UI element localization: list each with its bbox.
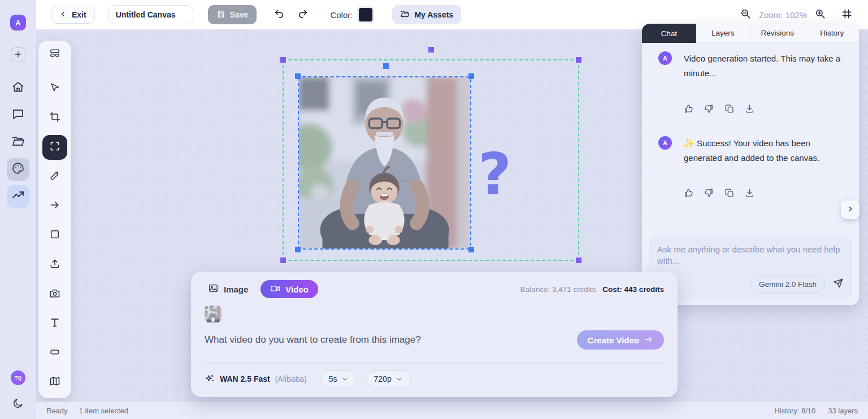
tab-layers[interactable]: Layers	[696, 24, 751, 43]
exit-button[interactable]: Exit	[51, 6, 95, 24]
balance-label: Balance: 3,471 credits	[520, 285, 596, 294]
plus-icon	[14, 50, 23, 60]
zoom-out-icon	[740, 8, 751, 21]
crop-icon	[49, 111, 60, 125]
user-avatar[interactable]: TQ	[11, 370, 25, 385]
resolution-select[interactable]: 720p	[366, 370, 411, 387]
send-button[interactable]	[833, 278, 844, 290]
sidebar-item-chat[interactable]	[7, 104, 29, 126]
model-selector-button[interactable]: Gemini 2.0 Flash	[750, 276, 825, 293]
add-button[interactable]	[11, 47, 25, 62]
sidebar-item-files[interactable]	[7, 131, 29, 154]
zoom-in-button[interactable]	[815, 8, 826, 21]
tool-templates[interactable]	[45, 45, 65, 63]
undo-icon	[274, 8, 285, 21]
tool-select[interactable]	[45, 78, 65, 99]
home-icon	[11, 80, 25, 96]
thumbs-up-button[interactable]	[684, 188, 693, 199]
sidebar-item-design[interactable]	[7, 158, 29, 181]
selection-handle-nw[interactable]	[280, 57, 286, 63]
tool-rectangle[interactable]	[45, 225, 65, 246]
tool-brush[interactable]	[45, 167, 65, 187]
tool-marquee[interactable]	[42, 135, 67, 160]
upload-icon	[49, 258, 60, 272]
tool-rail	[38, 41, 71, 398]
chevron-right-icon	[847, 205, 854, 215]
create-video-button[interactable]: Create Video	[577, 330, 664, 350]
sidebar-item-home[interactable]	[7, 77, 29, 99]
duration-select[interactable]: 5s	[321, 370, 357, 387]
tool-divider	[44, 69, 66, 69]
selected-image-layer[interactable]	[298, 76, 471, 250]
zoom-in-icon	[815, 8, 826, 21]
frame-grid-button[interactable]	[841, 8, 852, 21]
canvas-title-input[interactable]	[108, 5, 193, 24]
selection-handle-inner-top[interactable]	[383, 63, 389, 69]
tab-image[interactable]: Image	[205, 283, 251, 295]
tab-revisions[interactable]: Revisions	[750, 24, 805, 43]
image-handle-ne[interactable]	[468, 73, 474, 79]
model-name: WAN 2.5 Fast	[220, 374, 270, 383]
selection-handle-sw[interactable]	[280, 257, 286, 263]
tool-map[interactable]	[45, 372, 65, 392]
assistant-avatar: A	[658, 51, 672, 65]
status-history: History: 8/10	[774, 407, 815, 415]
download-button[interactable]	[745, 188, 754, 199]
tool-arrow[interactable]	[45, 196, 65, 216]
source-image-thumbnail[interactable]	[205, 305, 222, 322]
message-actions	[684, 104, 845, 115]
chat-input[interactable]	[657, 244, 844, 269]
generator-header: Image Video Balance: 3,471 credits Cost:…	[205, 280, 664, 298]
video-prompt-input[interactable]	[205, 334, 577, 346]
download-button[interactable]	[745, 104, 754, 115]
redo-button[interactable]	[297, 8, 309, 21]
tool-camera[interactable]	[45, 284, 65, 304]
thumbs-up-button[interactable]	[684, 104, 693, 115]
copy-button[interactable]	[724, 188, 734, 199]
sidebar-item-analytics[interactable]	[7, 185, 29, 208]
selection-handle-ne[interactable]	[576, 57, 581, 63]
undo-button[interactable]	[274, 8, 285, 21]
cost-label: Cost: 443 credits	[602, 285, 664, 294]
collapse-panel-button[interactable]	[841, 200, 860, 219]
tab-chat[interactable]: Chat	[642, 24, 696, 43]
status-ready: Ready	[46, 407, 68, 415]
map-icon	[49, 376, 60, 389]
tab-history[interactable]: History	[805, 24, 860, 43]
zoom-out-button[interactable]	[740, 8, 751, 21]
exit-label: Exit	[72, 10, 86, 19]
thumbs-down-icon	[704, 104, 714, 115]
chat-panel: Chat Layers Revisions History A Video ge…	[642, 24, 859, 305]
image-tab-label: Image	[224, 285, 248, 294]
arrow-right-icon	[49, 199, 60, 213]
trending-up-icon	[11, 189, 25, 204]
message-text: ✨ Success! Your video has been generated…	[684, 136, 845, 166]
camera-icon	[49, 287, 60, 301]
tool-button-shape[interactable]	[45, 343, 65, 363]
dark-mode-toggle[interactable]	[7, 393, 29, 416]
thumbs-down-button[interactable]	[704, 104, 714, 115]
save-label: Save	[230, 10, 249, 19]
video-tab-label: Video	[285, 285, 309, 294]
tool-crop[interactable]	[45, 108, 65, 128]
grandfather-baby-photo	[299, 77, 470, 248]
folder-open-icon	[11, 134, 25, 150]
chat-messages: A Video generation started. This may tak…	[642, 43, 859, 237]
thumbs-down-button[interactable]	[704, 188, 714, 199]
question-mark-element[interactable]: ?	[478, 146, 511, 203]
copy-button[interactable]	[724, 104, 734, 115]
tool-upload[interactable]	[45, 255, 65, 275]
image-handle-se[interactable]	[468, 247, 474, 252]
my-assets-button[interactable]: My Assets	[392, 5, 461, 24]
tab-video[interactable]: Video	[261, 280, 318, 298]
tool-text[interactable]	[45, 313, 65, 334]
workspace-avatar[interactable]: A	[10, 15, 26, 30]
selection-handle-top[interactable]	[428, 47, 434, 53]
palette-icon	[11, 162, 25, 177]
image-handle-sw[interactable]	[295, 247, 301, 252]
selection-handle-se[interactable]	[576, 257, 581, 263]
color-picker[interactable]	[357, 6, 374, 23]
save-button[interactable]: Save	[208, 5, 257, 24]
image-handle-nw[interactable]	[295, 73, 301, 79]
download-icon	[745, 104, 754, 115]
